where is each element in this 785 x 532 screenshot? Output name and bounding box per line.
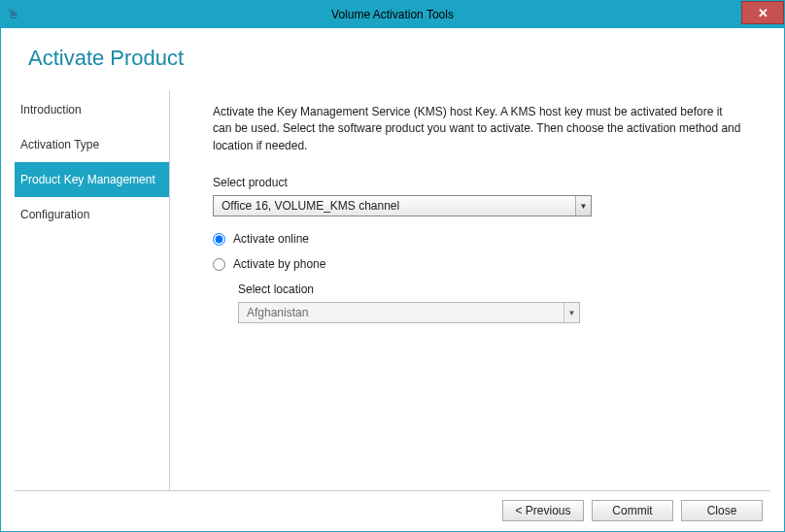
- commit-button[interactable]: Commit: [592, 500, 673, 521]
- radio-activate-online[interactable]: Activate online: [213, 232, 741, 246]
- select-product-label: Select product: [213, 176, 741, 189]
- close-button[interactable]: Close: [681, 500, 763, 521]
- sidebar-item-introduction[interactable]: Introduction: [15, 92, 169, 127]
- sidebar-item-activation-type[interactable]: Activation Type: [15, 127, 169, 162]
- footer-buttons: < Previous Commit Close: [15, 491, 770, 521]
- page-title: Activate Product: [28, 46, 770, 71]
- select-location-label: Select location: [238, 283, 741, 296]
- activation-method-group: Activate online Activate by phone Select…: [213, 232, 741, 323]
- chevron-down-icon: ▼: [575, 196, 591, 216]
- location-block: Select location Afghanistan ▼: [238, 283, 741, 323]
- app-icon: 🖱: [7, 7, 22, 22]
- location-select-value: Afghanistan: [239, 303, 563, 322]
- window-title: Volume Activation Tools: [1, 8, 784, 21]
- titlebar: 🖱 Volume Activation Tools ✕: [1, 1, 784, 28]
- close-icon: ✕: [758, 6, 768, 20]
- instruction-text: Activate the Key Management Service (KMS…: [213, 104, 741, 154]
- radio-activate-online-input[interactable]: [213, 233, 225, 246]
- product-select-value: Office 16, VOLUME_KMS channel: [214, 196, 575, 216]
- window-frame: 🖱 Volume Activation Tools ✕ Activate Pro…: [0, 0, 785, 532]
- radio-activate-online-label: Activate online: [233, 232, 309, 246]
- location-select[interactable]: Afghanistan ▼: [238, 302, 580, 323]
- sidebar: Introduction Activation Type Product Key…: [15, 90, 170, 490]
- radio-activate-by-phone-input[interactable]: [213, 258, 225, 271]
- radio-activate-by-phone[interactable]: Activate by phone: [213, 257, 741, 271]
- previous-button[interactable]: < Previous: [502, 500, 584, 521]
- body-row: Introduction Activation Type Product Key…: [15, 90, 770, 491]
- chevron-down-icon: ▼: [563, 303, 579, 322]
- radio-activate-by-phone-label: Activate by phone: [233, 257, 325, 271]
- content-area: Activate Product Introduction Activation…: [1, 28, 784, 531]
- close-window-button[interactable]: ✕: [741, 1, 784, 24]
- sidebar-item-product-key-management[interactable]: Product Key Management: [15, 162, 169, 197]
- sidebar-item-configuration[interactable]: Configuration: [15, 197, 169, 232]
- main-panel: Activate the Key Management Service (KMS…: [170, 90, 770, 490]
- product-select[interactable]: Office 16, VOLUME_KMS channel ▼: [213, 195, 592, 216]
